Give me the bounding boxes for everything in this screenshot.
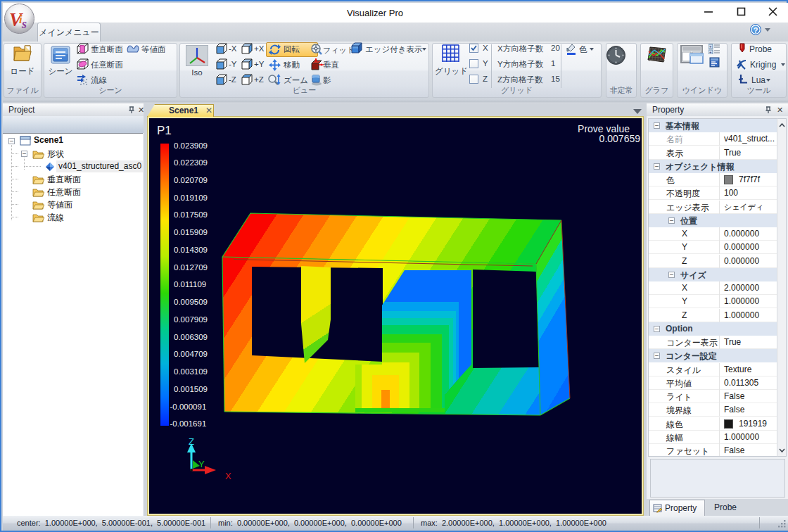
svg-text:0.003109: 0.003109 — [174, 367, 208, 376]
svg-text:0.020709: 0.020709 — [174, 176, 208, 184]
svg-text:0.014309: 0.014309 — [174, 246, 208, 254]
svg-text:0.006309: 0.006309 — [174, 333, 208, 341]
svg-text:P1: P1 — [157, 124, 172, 137]
svg-text:0.009509: 0.009509 — [174, 298, 208, 306]
svg-text:-0.000091: -0.000091 — [170, 403, 207, 411]
svg-text:-0.001691: -0.001691 — [170, 419, 207, 428]
svg-text:0.023909: 0.023909 — [174, 141, 208, 150]
svg-text:X: X — [225, 471, 231, 481]
svg-text:0.012709: 0.012709 — [174, 263, 208, 272]
svg-text:Y: Y — [198, 459, 205, 469]
svg-text:0.017509: 0.017509 — [174, 210, 208, 219]
svg-text:0.004709: 0.004709 — [174, 350, 208, 358]
svg-text:0.015909: 0.015909 — [174, 228, 208, 236]
svg-text:0.007659: 0.007659 — [599, 133, 641, 144]
svg-text:s: s — [21, 17, 27, 31]
svg-text:0.001509: 0.001509 — [174, 385, 208, 393]
svg-text:0.022309: 0.022309 — [174, 158, 208, 167]
svg-text:0.011109: 0.011109 — [174, 280, 206, 289]
svg-text:0.019109: 0.019109 — [174, 194, 208, 202]
svg-text:Z: Z — [189, 436, 194, 447]
svg-text:0.007909: 0.007909 — [174, 315, 208, 324]
svg-text:+: + — [709, 44, 712, 49]
svg-text:+: + — [709, 50, 712, 54]
